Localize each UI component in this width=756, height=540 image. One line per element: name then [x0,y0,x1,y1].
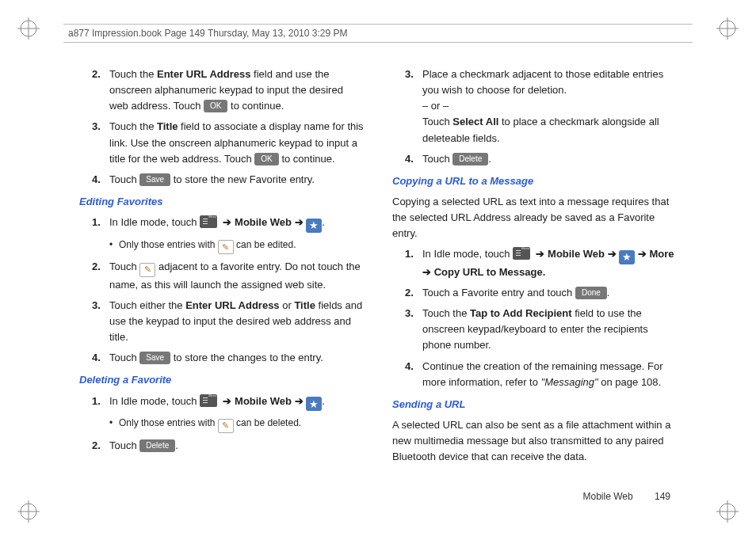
list-item: 3. Touch either the Enter URL Address or… [92,298,364,345]
bold-term: Title [157,120,178,132]
subheading: Editing Favorites [79,194,364,210]
step-text: In Idle mode, touch ➔ Mobile Web ➔ ★. [109,394,364,412]
list-item: 3. Place a checkmark adjacent to those e… [405,67,677,146]
bullet-icon: • [109,416,119,433]
crop-mark-icon [716,500,739,523]
subheading: Deleting a Favorite [79,372,364,388]
step-number: 1. [92,394,109,412]
list-item: 4. Continue the creation of the remainin… [405,359,677,390]
step-text: Touch a Favorite entry and touch Done. [422,285,677,301]
step-text: Touch ✎ adjacent to a favorite entry. Do… [109,259,364,293]
step-number: 4. [405,151,422,167]
subheading: Copying a URL to a Message [392,173,677,189]
right-column: 3. Place a checkmark adjacent to those e… [392,65,677,492]
pencil-icon: ✎ [218,419,234,433]
arrow-icon: ➔ [295,395,304,407]
bullet-text: Only those entries with ✎ can be edited. [119,238,296,255]
list-item: 3. Touch the Tap to Add Recipient field … [405,306,677,353]
step-number: 2. [92,67,109,114]
pencil-icon: ✎ [139,263,155,277]
list-item: 1. In Idle mode, touch ➔ Mobile Web ➔ ★ … [405,246,677,280]
star-icon: ★ [619,250,635,264]
step-number: 3. [92,298,109,345]
left-column: 2. Touch the Enter URL Address field and… [79,65,364,492]
step-text: Touch Delete. [422,151,677,167]
menu-icon [513,247,530,260]
bold-term: More [650,248,674,260]
step-number: 3. [92,119,109,166]
step-number: 4. [92,172,109,188]
save-button-icon: Save [139,173,170,186]
step-number: 2. [92,259,109,293]
arrow-icon: ➔ [223,395,231,407]
page-number: 149 [655,491,670,502]
list-item: 2. Touch Delete. [92,438,364,454]
bold-term: Select All [452,116,498,127]
bullet-icon: • [109,238,119,255]
list-item: 2. Touch the Enter URL Address field and… [92,67,364,114]
star-icon: ★ [306,219,322,233]
step-text: Continue the creation of the remaining m… [422,359,677,390]
step-text: In Idle mode, touch ➔ Mobile Web ➔ ★. [109,215,364,233]
bold-term: Mobile Web [548,248,605,260]
bold-term: Title [294,299,315,311]
bold-term: Mobile Web [235,216,292,228]
list-item: 4. Touch Save to store the changes to th… [92,350,364,366]
list-item: 3. Touch the Title field to associate a … [92,119,364,166]
arrow-icon: ➔ [422,266,431,278]
step-text: Touch Delete. [109,438,364,454]
page-footer: Mobile Web 149 [582,491,670,502]
list-item: 4. Touch Save to store the new Favorite … [92,172,364,188]
subheading: Sending a URL [392,397,677,413]
step-number: 3. [405,306,422,353]
list-item: 1. In Idle mode, touch ➔ Mobile Web ➔ ★. [92,215,364,233]
step-text: Touch either the Enter URL Address or Ti… [109,298,364,345]
arrow-icon: ➔ [295,216,304,228]
save-button-icon: Save [139,352,170,364]
bullet-text: Only those entries with ✎ can be deleted… [119,416,301,433]
section-name: Mobile Web [582,491,632,502]
paragraph: Copying a selected URL as text into a me… [392,194,677,241]
arrow-icon: ➔ [608,248,617,260]
step-text: Touch Save to store the changes to the e… [109,350,364,366]
step-number: 1. [405,246,422,280]
star-icon: ★ [306,397,322,411]
step-number: 3. [405,67,422,146]
list-item: 1. In Idle mode, touch ➔ Mobile Web ➔ ★. [92,394,364,412]
pencil-icon: ✎ [218,240,234,254]
step-text: Touch Save to store the new Favorite ent… [109,172,364,188]
crop-mark-icon [716,17,739,40]
list-item: 4. Touch Delete. [405,151,677,167]
bold-term: Enter URL Address [157,68,250,80]
bold-term: Tap to Add Recipient [470,307,572,319]
delete-button-icon: Delete [452,153,488,165]
ok-button-icon: OK [254,153,278,165]
step-text: Touch the Tap to Add Recipient field to … [422,306,677,353]
crop-mark-icon [17,500,40,523]
step-number: 1. [92,215,109,233]
menu-icon [200,394,217,407]
arrow-icon: ➔ [638,248,647,260]
list-item: 2. Touch ✎ adjacent to a favorite entry.… [92,259,364,293]
step-number: 4. [92,350,109,366]
step-number: 2. [405,285,422,301]
delete-button-icon: Delete [139,439,175,452]
bold-term: Enter URL Address [185,299,279,311]
bullet-item: • Only those entries with ✎ can be edite… [109,238,364,255]
step-text: Touch the Enter URL Address field and us… [109,67,364,114]
ok-button-icon: OK [204,100,227,112]
step-number: 2. [92,438,109,454]
step-text: Touch the Title field to associate a dis… [109,119,364,166]
bold-term: Copy URL to Message. [434,266,546,278]
arrow-icon: ➔ [536,248,544,260]
step-text: Place a checkmark adjacent to those edit… [422,67,677,146]
step-text: In Idle mode, touch ➔ Mobile Web ➔ ★ ➔ M… [422,246,677,280]
page-body: 2. Touch the Enter URL Address field and… [79,65,677,492]
reference-text: "Messaging" [541,376,601,388]
done-button-icon: Done [575,287,607,299]
step-number: 4. [405,359,422,390]
bullet-item: • Only those entries with ✎ can be delet… [109,416,364,433]
list-item: 2. Touch a Favorite entry and touch Done… [405,285,677,301]
page-header: a877 Impression.book Page 149 Thursday, … [63,24,693,43]
paragraph: A selected URL can also be sent as a fil… [392,417,677,465]
